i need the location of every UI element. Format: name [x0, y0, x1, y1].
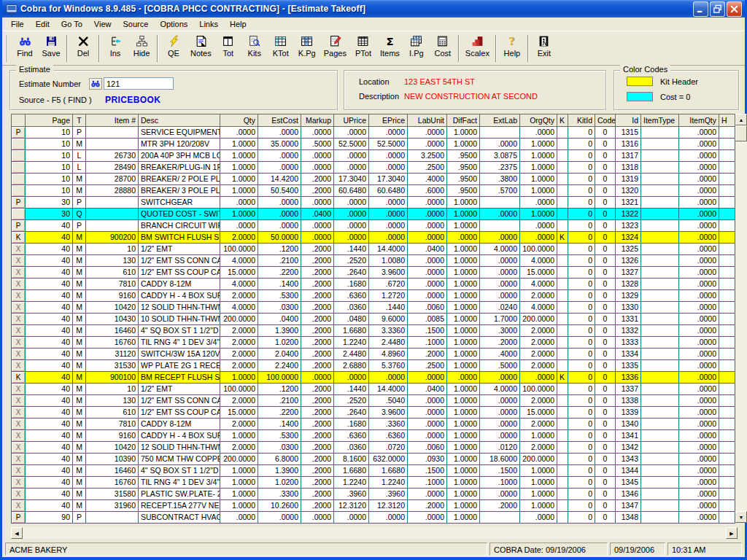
- grid-cell-h2[interactable]: [719, 419, 735, 430]
- grid-cell-diffact[interactable]: 1.0000: [447, 267, 480, 279]
- grid-cell-extlab[interactable]: .0000: [480, 279, 520, 290]
- grid-cell-h2[interactable]: [719, 174, 735, 185]
- grid-cell-t[interactable]: M: [73, 279, 86, 290]
- grid-cell-estcost[interactable]: .5300: [258, 290, 301, 302]
- grid-cell-item[interactable]: 28700: [86, 174, 139, 185]
- grid-cell-page[interactable]: 40: [26, 395, 73, 407]
- grid-cell-eprice[interactable]: .0000: [369, 162, 408, 174]
- toolbar-button-i-pg[interactable]: I.Pg: [403, 33, 430, 64]
- grid-cell-qty[interactable]: 1.0000: [220, 477, 258, 489]
- grid-cell-desc[interactable]: 4" SQ BOX ST 1 1/2"D 1/2" KO: [139, 465, 220, 477]
- grid-cell-estcost[interactable]: 1.3900: [258, 465, 301, 477]
- grid-cell-id[interactable]: 1315: [616, 127, 641, 139]
- grid-cell-itemqty[interactable]: .0000: [679, 185, 719, 197]
- grid-cell-h2[interactable]: [719, 139, 735, 150]
- grid-cell-kitid[interactable]: 0: [568, 512, 595, 524]
- vertical-scroll-track[interactable]: [735, 141, 747, 511]
- grid-cell-k[interactable]: [557, 337, 568, 349]
- grid-cell-itemqty[interactable]: .0000: [679, 220, 719, 232]
- grid-cell-desc[interactable]: RECEPT.15A 277V NEMA7-15R: [139, 500, 220, 512]
- grid-cell-labunit[interactable]: .0000: [408, 267, 447, 279]
- grid-cell-orgqty[interactable]: 100.0000: [520, 244, 557, 255]
- grid-cell-eprice[interactable]: .0000: [369, 220, 408, 232]
- grid-cell-itemtype[interactable]: [641, 139, 679, 150]
- grid-cell-itemqty[interactable]: .0000: [679, 302, 719, 314]
- grid-cell-extlab[interactable]: .0000: [480, 407, 520, 419]
- grid-cell-page[interactable]: 40: [26, 302, 73, 314]
- grid-cell-uprice[interactable]: 12.3120: [334, 500, 369, 512]
- grid-cell-labunit[interactable]: .0000: [408, 489, 447, 500]
- grid-cell-markup[interactable]: .2000: [301, 465, 334, 477]
- grid-cell-uprice[interactable]: .0360: [334, 302, 369, 314]
- horizontal-scroll-track[interactable]: [23, 527, 726, 539]
- grid-cell-orgqty[interactable]: 1.0000: [520, 477, 557, 489]
- grid-cell-uprice[interactable]: 17.3040: [334, 174, 369, 185]
- grid-cell-estcost[interactable]: 50.5400: [258, 185, 301, 197]
- toolbar-button-find[interactable]: Find: [12, 33, 38, 64]
- grid-cell-qty[interactable]: 100.0000: [220, 384, 258, 395]
- grid-cell-estcost[interactable]: .0000: [258, 150, 301, 162]
- grid-cell-diffact[interactable]: 1.0000: [447, 430, 480, 442]
- grid-cell-eprice[interactable]: .5040: [369, 395, 408, 407]
- grid-cell-diffact[interactable]: 1.0000: [447, 279, 480, 290]
- grid-cell-extlab[interactable]: .0000: [480, 419, 520, 430]
- grid-cell-labunit[interactable]: .0000: [408, 279, 447, 290]
- toolbar-button-cost[interactable]: Cost: [430, 33, 456, 64]
- grid-cell-qty[interactable]: 4.0000: [220, 302, 258, 314]
- grid-cell-id[interactable]: 1322: [616, 209, 641, 220]
- grid-cell-t[interactable]: M: [73, 314, 86, 325]
- grid-cell-item[interactable]: 9160: [86, 430, 139, 442]
- grid-cell-itemtype[interactable]: [641, 360, 679, 372]
- grid-cell-orgqty[interactable]: 2.0000: [520, 360, 557, 372]
- grid-cell-labunit[interactable]: .1500: [408, 465, 447, 477]
- grid-cell-t[interactable]: M: [73, 454, 86, 465]
- grid-cell-eprice[interactable]: 3.3360: [369, 325, 408, 337]
- grid-cell-t[interactable]: M: [73, 477, 86, 489]
- grid-cell-t[interactable]: M: [73, 384, 86, 395]
- grid-cell-h2[interactable]: [719, 279, 735, 290]
- grid-cell-extlab[interactable]: .0000: [480, 139, 520, 150]
- grid-cell-itemqty[interactable]: .0000: [679, 279, 719, 290]
- grid-cell-code[interactable]: 0: [595, 197, 616, 209]
- grid-cell-uprice[interactable]: .2520: [334, 395, 369, 407]
- grid-cell-page[interactable]: 40: [26, 255, 73, 267]
- grid-cell-h2[interactable]: [719, 150, 735, 162]
- grid-cell-item[interactable]: 10430: [86, 314, 139, 325]
- grid-cell-uprice[interactable]: .0000: [334, 372, 369, 384]
- grid-cell-desc[interactable]: 1/2" EMT SS COUP CAST R: [139, 407, 220, 419]
- grid-cell-item[interactable]: 16460: [86, 465, 139, 477]
- grid-cell-id[interactable]: 1343: [616, 454, 641, 465]
- grid-cell-eprice[interactable]: 1.6680: [369, 465, 408, 477]
- grid-cell-markup[interactable]: .0000: [301, 512, 334, 524]
- grid-cell-labunit[interactable]: .0000: [408, 232, 447, 244]
- row-marker[interactable]: X: [12, 337, 26, 349]
- grid-cell-kitid[interactable]: 0: [568, 430, 595, 442]
- grid-cell-orgqty[interactable]: .0000: [520, 512, 557, 524]
- toolbar-button-qe[interactable]: QE: [160, 33, 187, 64]
- grid-cell-k[interactable]: [557, 174, 568, 185]
- grid-cell-eprice[interactable]: .1440: [369, 302, 408, 314]
- grid-cell-orgqty[interactable]: 1.0000: [520, 209, 557, 220]
- vertical-scrollbar[interactable]: ▲ ▼: [735, 114, 747, 523]
- grid-cell-desc[interactable]: BREAKER/PLUG-IN 1P 20: [139, 162, 220, 174]
- grid-cell-uprice[interactable]: .1680: [334, 419, 369, 430]
- grid-cell-itemtype[interactable]: [641, 279, 679, 290]
- grid-cell-markup[interactable]: .2000: [301, 279, 334, 290]
- grid-cell-h2[interactable]: [719, 244, 735, 255]
- grid-cell-eprice[interactable]: 1.0080: [369, 255, 408, 267]
- grid-cell-estcost[interactable]: .2200: [258, 267, 301, 279]
- grid-cell-k[interactable]: [557, 430, 568, 442]
- grid-cell-orgqty[interactable]: 2.0000: [520, 349, 557, 360]
- toolbar-button-pages[interactable]: Pages: [320, 33, 350, 64]
- grid-cell-code[interactable]: 0: [595, 244, 616, 255]
- vertical-scroll-thumb[interactable]: [735, 125, 747, 141]
- grid-cell-estcost[interactable]: .0000: [258, 127, 301, 139]
- grid-cell-eprice[interactable]: 12.3120: [369, 500, 408, 512]
- grid-cell-t[interactable]: P: [73, 127, 86, 139]
- grid-cell-labunit[interactable]: .2000: [408, 349, 447, 360]
- grid-cell-diffact[interactable]: 1.0000: [447, 489, 480, 500]
- grid-cell-desc[interactable]: SWITCHGEAR: [139, 197, 220, 209]
- grid-cell-labunit[interactable]: .0000: [408, 209, 447, 220]
- menu-edit[interactable]: Edit: [30, 18, 55, 30]
- grid-cell-itemtype[interactable]: [641, 430, 679, 442]
